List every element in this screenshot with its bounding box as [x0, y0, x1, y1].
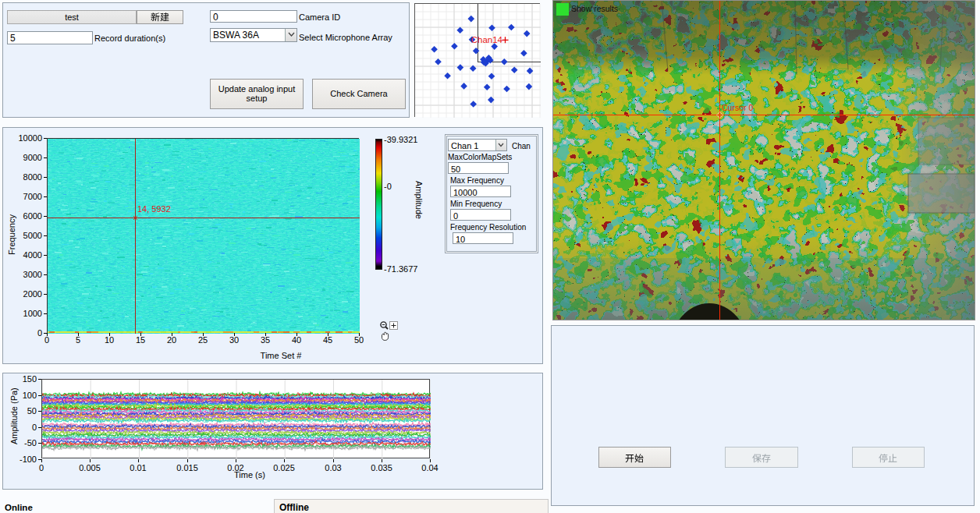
svg-text:Chan14: Chan14: [471, 35, 503, 44]
svg-text:Show results: Show results: [571, 4, 618, 13]
svg-text:Cursor 0: Cursor 0: [722, 103, 753, 112]
